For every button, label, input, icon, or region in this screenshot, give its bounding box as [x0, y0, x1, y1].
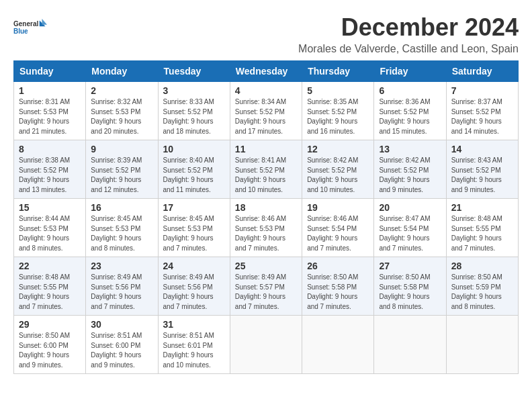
day-info: Sunrise: 8:34 AMSunset: 5:52 PMDaylight:… [235, 98, 286, 135]
title-block: December 2024 Morales de Valverde, Casti… [298, 13, 519, 55]
day-info: Sunrise: 8:50 AMSunset: 6:00 PMDaylight:… [19, 332, 70, 369]
calendar-cell [446, 316, 518, 374]
calendar-cell: 8 Sunrise: 8:38 AMSunset: 5:52 PMDayligh… [14, 140, 86, 199]
calendar-cell: 6 Sunrise: 8:36 AMSunset: 5:52 PMDayligh… [374, 82, 446, 140]
calendar-cell: 25 Sunrise: 8:49 AMSunset: 5:57 PMDaylig… [230, 257, 302, 316]
day-number: 7 [451, 85, 513, 96]
day-number: 24 [163, 261, 225, 271]
calendar-cell: 10 Sunrise: 8:40 AMSunset: 5:52 PMDaylig… [158, 140, 230, 199]
day-info: Sunrise: 8:49 AMSunset: 5:57 PMDaylight:… [235, 273, 286, 310]
calendar-cell: 26 Sunrise: 8:50 AMSunset: 5:58 PMDaylig… [302, 257, 374, 316]
day-number: 29 [19, 319, 81, 330]
svg-text:General: General [13, 20, 38, 28]
day-number: 23 [91, 261, 152, 271]
calendar-cell: 31 Sunrise: 8:51 AMSunset: 6:01 PMDaylig… [158, 316, 230, 374]
day-info: Sunrise: 8:46 AMSunset: 5:53 PMDaylight:… [235, 215, 286, 252]
day-number: 21 [451, 202, 513, 213]
calendar-cell: 27 Sunrise: 8:50 AMSunset: 5:58 PMDaylig… [374, 257, 446, 316]
calendar-cell [230, 316, 302, 374]
day-info: Sunrise: 8:51 AMSunset: 6:00 PMDaylight:… [91, 332, 142, 369]
day-number: 3 [163, 85, 225, 96]
day-info: Sunrise: 8:40 AMSunset: 5:52 PMDaylight:… [163, 156, 214, 193]
calendar-cell: 22 Sunrise: 8:48 AMSunset: 5:55 PMDaylig… [14, 257, 86, 316]
day-info: Sunrise: 8:49 AMSunset: 5:56 PMDaylight:… [91, 273, 142, 310]
calendar-cell: 15 Sunrise: 8:44 AMSunset: 5:53 PMDaylig… [14, 199, 86, 257]
calendar-cell: 12 Sunrise: 8:42 AMSunset: 5:52 PMDaylig… [302, 140, 374, 199]
calendar-header-thursday: Thursday [302, 61, 374, 82]
day-info: Sunrise: 8:31 AMSunset: 5:53 PMDaylight:… [19, 98, 70, 135]
calendar-header-saturday: Saturday [446, 61, 518, 82]
day-number: 10 [163, 144, 225, 154]
day-number: 20 [379, 202, 441, 213]
calendar-cell: 23 Sunrise: 8:49 AMSunset: 5:56 PMDaylig… [86, 257, 158, 316]
calendar-cell: 30 Sunrise: 8:51 AMSunset: 6:00 PMDaylig… [86, 316, 158, 374]
day-number: 15 [19, 202, 81, 213]
calendar-cell [374, 316, 446, 374]
day-number: 9 [91, 144, 152, 154]
calendar-cell [302, 316, 374, 374]
month-title: December 2024 [298, 13, 519, 42]
day-number: 4 [235, 85, 297, 96]
day-number: 16 [91, 202, 152, 213]
day-info: Sunrise: 8:48 AMSunset: 5:55 PMDaylight:… [451, 215, 502, 252]
day-info: Sunrise: 8:49 AMSunset: 5:56 PMDaylight:… [163, 273, 214, 310]
calendar-cell: 3 Sunrise: 8:33 AMSunset: 5:52 PMDayligh… [158, 82, 230, 140]
calendar-header-monday: Monday [86, 61, 158, 82]
day-info: Sunrise: 8:41 AMSunset: 5:52 PMDaylight:… [235, 156, 286, 193]
location-subtitle: Morales de Valverde, Castille and Leon, … [298, 43, 519, 55]
day-number: 6 [379, 85, 441, 96]
day-number: 5 [307, 85, 369, 96]
day-number: 30 [91, 319, 152, 330]
calendar-cell: 4 Sunrise: 8:34 AMSunset: 5:52 PMDayligh… [230, 82, 302, 140]
day-info: Sunrise: 8:45 AMSunset: 5:53 PMDaylight:… [91, 215, 142, 252]
day-number: 19 [307, 202, 369, 213]
logo: General Blue [13, 13, 47, 42]
calendar-cell: 24 Sunrise: 8:49 AMSunset: 5:56 PMDaylig… [158, 257, 230, 316]
day-number: 13 [379, 144, 441, 154]
day-number: 25 [235, 261, 297, 271]
calendar-cell: 2 Sunrise: 8:32 AMSunset: 5:53 PMDayligh… [86, 82, 158, 140]
day-info: Sunrise: 8:33 AMSunset: 5:52 PMDaylight:… [163, 98, 214, 135]
calendar-header-friday: Friday [374, 61, 446, 82]
day-number: 28 [451, 261, 513, 271]
calendar-header-wednesday: Wednesday [230, 61, 302, 82]
calendar-cell: 7 Sunrise: 8:37 AMSunset: 5:52 PMDayligh… [446, 82, 518, 140]
day-number: 27 [379, 261, 441, 271]
day-info: Sunrise: 8:35 AMSunset: 5:52 PMDaylight:… [307, 98, 358, 135]
day-info: Sunrise: 8:42 AMSunset: 5:52 PMDaylight:… [307, 156, 358, 193]
calendar-cell: 17 Sunrise: 8:45 AMSunset: 5:53 PMDaylig… [158, 199, 230, 257]
calendar-cell: 16 Sunrise: 8:45 AMSunset: 5:53 PMDaylig… [86, 199, 158, 257]
day-info: Sunrise: 8:32 AMSunset: 5:53 PMDaylight:… [91, 98, 142, 135]
day-info: Sunrise: 8:36 AMSunset: 5:52 PMDaylight:… [379, 98, 430, 135]
day-number: 31 [163, 319, 225, 330]
day-info: Sunrise: 8:43 AMSunset: 5:52 PMDaylight:… [451, 156, 502, 193]
day-info: Sunrise: 8:38 AMSunset: 5:52 PMDaylight:… [19, 156, 70, 193]
calendar-cell: 9 Sunrise: 8:39 AMSunset: 5:52 PMDayligh… [86, 140, 158, 199]
calendar-cell: 29 Sunrise: 8:50 AMSunset: 6:00 PMDaylig… [14, 316, 86, 374]
day-info: Sunrise: 8:48 AMSunset: 5:55 PMDaylight:… [19, 273, 70, 310]
calendar-cell: 11 Sunrise: 8:41 AMSunset: 5:52 PMDaylig… [230, 140, 302, 199]
day-info: Sunrise: 8:50 AMSunset: 5:58 PMDaylight:… [379, 273, 430, 310]
calendar-cell: 20 Sunrise: 8:47 AMSunset: 5:54 PMDaylig… [374, 199, 446, 257]
day-number: 11 [235, 144, 297, 154]
day-info: Sunrise: 8:47 AMSunset: 5:54 PMDaylight:… [379, 215, 430, 252]
day-info: Sunrise: 8:37 AMSunset: 5:52 PMDaylight:… [451, 98, 502, 135]
calendar-header-sunday: Sunday [14, 61, 86, 82]
calendar-table: SundayMondayTuesdayWednesdayThursdayFrid… [13, 60, 519, 374]
day-number: 26 [307, 261, 369, 271]
day-info: Sunrise: 8:46 AMSunset: 5:54 PMDaylight:… [307, 215, 358, 252]
day-number: 8 [19, 144, 81, 154]
day-number: 12 [307, 144, 369, 154]
day-number: 14 [451, 144, 513, 154]
day-info: Sunrise: 8:39 AMSunset: 5:52 PMDaylight:… [91, 156, 142, 193]
calendar-cell: 5 Sunrise: 8:35 AMSunset: 5:52 PMDayligh… [302, 82, 374, 140]
day-info: Sunrise: 8:50 AMSunset: 5:59 PMDaylight:… [451, 273, 502, 310]
day-number: 22 [19, 261, 81, 271]
calendar-cell: 18 Sunrise: 8:46 AMSunset: 5:53 PMDaylig… [230, 199, 302, 257]
svg-marker-3 [42, 19, 48, 25]
calendar-cell: 1 Sunrise: 8:31 AMSunset: 5:53 PMDayligh… [14, 82, 86, 140]
day-info: Sunrise: 8:51 AMSunset: 6:01 PMDaylight:… [163, 332, 214, 369]
calendar-cell: 28 Sunrise: 8:50 AMSunset: 5:59 PMDaylig… [446, 257, 518, 316]
calendar-cell: 14 Sunrise: 8:43 AMSunset: 5:52 PMDaylig… [446, 140, 518, 199]
day-number: 2 [91, 85, 152, 96]
